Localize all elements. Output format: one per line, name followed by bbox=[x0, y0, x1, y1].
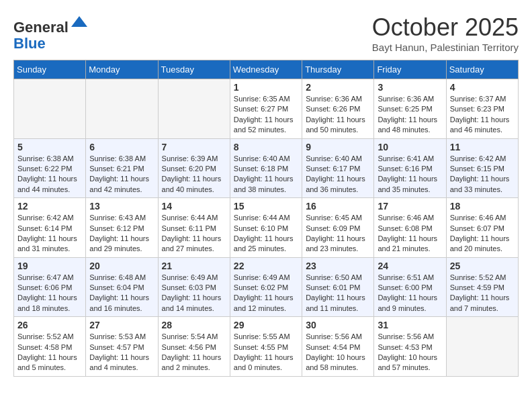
calendar-cell: 25Sunrise: 5:52 AM Sunset: 4:59 PM Dayli… bbox=[446, 257, 518, 317]
day-number: 17 bbox=[378, 201, 442, 212]
day-info: Sunrise: 6:45 AM Sunset: 6:09 PM Dayligh… bbox=[306, 213, 370, 255]
day-info: Sunrise: 6:46 AM Sunset: 6:07 PM Dayligh… bbox=[450, 213, 515, 255]
day-number: 8 bbox=[234, 142, 298, 152]
day-number: 10 bbox=[378, 142, 442, 152]
week-row-5: 26Sunrise: 5:52 AM Sunset: 4:58 PM Dayli… bbox=[14, 317, 519, 377]
day-info: Sunrise: 6:44 AM Sunset: 6:11 PM Dayligh… bbox=[162, 213, 226, 255]
calendar-cell: 15Sunrise: 6:44 AM Sunset: 6:10 PM Dayli… bbox=[230, 198, 302, 258]
day-info: Sunrise: 5:52 AM Sunset: 4:58 PM Dayligh… bbox=[17, 332, 82, 373]
day-info: Sunrise: 5:56 AM Sunset: 4:54 PM Dayligh… bbox=[306, 332, 370, 373]
day-number: 6 bbox=[89, 142, 154, 152]
day-info: Sunrise: 6:48 AM Sunset: 6:04 PM Dayligh… bbox=[89, 273, 154, 314]
calendar-cell: 8Sunrise: 6:40 AM Sunset: 6:18 PM Daylig… bbox=[230, 138, 302, 198]
calendar-cell: 24Sunrise: 6:51 AM Sunset: 6:00 PM Dayli… bbox=[374, 257, 446, 317]
logo-general-text: General bbox=[13, 19, 69, 36]
calendar-cell: 31Sunrise: 5:56 AM Sunset: 4:53 PM Dayli… bbox=[374, 317, 446, 377]
calendar-cell: 26Sunrise: 5:52 AM Sunset: 4:58 PM Dayli… bbox=[14, 317, 86, 377]
calendar-cell: 16Sunrise: 6:45 AM Sunset: 6:09 PM Dayli… bbox=[302, 198, 374, 258]
day-info: Sunrise: 6:50 AM Sunset: 6:01 PM Dayligh… bbox=[306, 273, 370, 314]
day-info: Sunrise: 6:46 AM Sunset: 6:08 PM Dayligh… bbox=[378, 213, 442, 255]
calendar-cell: 7Sunrise: 6:39 AM Sunset: 6:20 PM Daylig… bbox=[158, 138, 230, 198]
calendar-cell: 2Sunrise: 6:36 AM Sunset: 6:26 PM Daylig… bbox=[302, 79, 374, 139]
day-number: 12 bbox=[17, 201, 82, 212]
day-number: 30 bbox=[306, 320, 370, 330]
calendar-cell: 5Sunrise: 6:38 AM Sunset: 6:22 PM Daylig… bbox=[14, 138, 86, 198]
day-header-sunday: Sunday bbox=[14, 60, 86, 79]
day-number: 22 bbox=[234, 261, 298, 271]
day-info: Sunrise: 6:42 AM Sunset: 6:15 PM Dayligh… bbox=[450, 154, 515, 195]
day-info: Sunrise: 6:36 AM Sunset: 6:26 PM Dayligh… bbox=[306, 94, 370, 136]
day-number: 20 bbox=[89, 261, 154, 271]
day-header-monday: Monday bbox=[86, 60, 158, 79]
day-number: 9 bbox=[306, 142, 370, 152]
day-info: Sunrise: 6:38 AM Sunset: 6:22 PM Dayligh… bbox=[17, 154, 82, 195]
logo-blue-text: Blue bbox=[13, 35, 46, 52]
calendar-cell: 18Sunrise: 6:46 AM Sunset: 6:07 PM Dayli… bbox=[446, 198, 518, 258]
day-number: 21 bbox=[162, 261, 226, 271]
day-info: Sunrise: 6:49 AM Sunset: 6:02 PM Dayligh… bbox=[234, 273, 298, 314]
calendar-cell: 12Sunrise: 6:42 AM Sunset: 6:14 PM Dayli… bbox=[14, 198, 86, 258]
day-info: Sunrise: 5:56 AM Sunset: 4:53 PM Dayligh… bbox=[378, 332, 442, 373]
day-number: 24 bbox=[378, 261, 442, 271]
calendar-cell: 1Sunrise: 6:35 AM Sunset: 6:27 PM Daylig… bbox=[230, 79, 302, 139]
day-header-friday: Friday bbox=[374, 60, 446, 79]
logo-icon bbox=[70, 13, 89, 32]
day-info: Sunrise: 6:40 AM Sunset: 6:18 PM Dayligh… bbox=[234, 154, 298, 195]
day-number: 4 bbox=[450, 82, 515, 93]
day-number: 23 bbox=[306, 261, 370, 271]
calendar-cell: 13Sunrise: 6:43 AM Sunset: 6:12 PM Dayli… bbox=[86, 198, 158, 258]
logo: General Blue bbox=[13, 13, 89, 52]
day-number: 25 bbox=[450, 261, 515, 271]
month-title: October 2025 bbox=[372, 13, 519, 42]
week-row-3: 12Sunrise: 6:42 AM Sunset: 6:14 PM Dayli… bbox=[14, 198, 519, 258]
day-info: Sunrise: 6:43 AM Sunset: 6:12 PM Dayligh… bbox=[89, 213, 154, 255]
calendar-cell: 3Sunrise: 6:36 AM Sunset: 6:25 PM Daylig… bbox=[374, 79, 446, 139]
week-row-4: 19Sunrise: 6:47 AM Sunset: 6:06 PM Dayli… bbox=[14, 257, 519, 317]
day-number: 16 bbox=[306, 201, 370, 212]
calendar-cell bbox=[14, 79, 86, 139]
day-header-wednesday: Wednesday bbox=[230, 60, 302, 79]
day-number: 14 bbox=[162, 201, 226, 212]
page-header: General Blue October 2025 Bayt Hanun, Pa… bbox=[13, 13, 519, 53]
header-row: SundayMondayTuesdayWednesdayThursdayFrid… bbox=[14, 60, 519, 79]
day-info: Sunrise: 6:38 AM Sunset: 6:21 PM Dayligh… bbox=[89, 154, 154, 195]
day-info: Sunrise: 5:54 AM Sunset: 4:56 PM Dayligh… bbox=[162, 332, 226, 373]
calendar-cell bbox=[158, 79, 230, 139]
day-number: 19 bbox=[17, 261, 82, 271]
calendar-cell: 10Sunrise: 6:41 AM Sunset: 6:16 PM Dayli… bbox=[374, 138, 446, 198]
day-number: 26 bbox=[17, 320, 82, 330]
calendar-cell: 22Sunrise: 6:49 AM Sunset: 6:02 PM Dayli… bbox=[230, 257, 302, 317]
day-info: Sunrise: 6:51 AM Sunset: 6:00 PM Dayligh… bbox=[378, 273, 442, 314]
day-info: Sunrise: 6:44 AM Sunset: 6:10 PM Dayligh… bbox=[234, 213, 298, 255]
day-info: Sunrise: 5:55 AM Sunset: 4:55 PM Dayligh… bbox=[234, 332, 298, 373]
day-number: 27 bbox=[89, 320, 154, 330]
day-number: 3 bbox=[378, 82, 442, 93]
day-info: Sunrise: 5:53 AM Sunset: 4:57 PM Dayligh… bbox=[89, 332, 154, 373]
calendar-cell: 20Sunrise: 6:48 AM Sunset: 6:04 PM Dayli… bbox=[86, 257, 158, 317]
day-info: Sunrise: 6:37 AM Sunset: 6:23 PM Dayligh… bbox=[450, 94, 515, 136]
calendar-cell: 27Sunrise: 5:53 AM Sunset: 4:57 PM Dayli… bbox=[86, 317, 158, 377]
calendar-cell: 4Sunrise: 6:37 AM Sunset: 6:23 PM Daylig… bbox=[446, 79, 518, 139]
day-info: Sunrise: 6:49 AM Sunset: 6:03 PM Dayligh… bbox=[162, 273, 226, 314]
day-number: 11 bbox=[450, 142, 515, 152]
calendar-cell: 21Sunrise: 6:49 AM Sunset: 6:03 PM Dayli… bbox=[158, 257, 230, 317]
day-info: Sunrise: 6:41 AM Sunset: 6:16 PM Dayligh… bbox=[378, 154, 442, 195]
week-row-1: 1Sunrise: 6:35 AM Sunset: 6:27 PM Daylig… bbox=[14, 79, 519, 139]
svg-marker-0 bbox=[71, 16, 87, 27]
title-block: October 2025 Bayt Hanun, Palestinian Ter… bbox=[372, 13, 519, 53]
day-info: Sunrise: 6:40 AM Sunset: 6:17 PM Dayligh… bbox=[306, 154, 370, 195]
day-number: 28 bbox=[162, 320, 226, 330]
day-info: Sunrise: 6:36 AM Sunset: 6:25 PM Dayligh… bbox=[378, 94, 442, 136]
calendar-cell: 23Sunrise: 6:50 AM Sunset: 6:01 PM Dayli… bbox=[302, 257, 374, 317]
calendar-cell: 30Sunrise: 5:56 AM Sunset: 4:54 PM Dayli… bbox=[302, 317, 374, 377]
calendar-cell: 14Sunrise: 6:44 AM Sunset: 6:11 PM Dayli… bbox=[158, 198, 230, 258]
day-info: Sunrise: 5:52 AM Sunset: 4:59 PM Dayligh… bbox=[450, 273, 515, 314]
day-number: 15 bbox=[234, 201, 298, 212]
day-number: 5 bbox=[17, 142, 82, 152]
day-info: Sunrise: 6:47 AM Sunset: 6:06 PM Dayligh… bbox=[17, 273, 82, 314]
calendar-cell: 11Sunrise: 6:42 AM Sunset: 6:15 PM Dayli… bbox=[446, 138, 518, 198]
day-number: 7 bbox=[162, 142, 226, 152]
day-header-tuesday: Tuesday bbox=[158, 60, 230, 79]
calendar-table: SundayMondayTuesdayWednesdayThursdayFrid… bbox=[13, 60, 519, 377]
calendar-cell: 6Sunrise: 6:38 AM Sunset: 6:21 PM Daylig… bbox=[86, 138, 158, 198]
